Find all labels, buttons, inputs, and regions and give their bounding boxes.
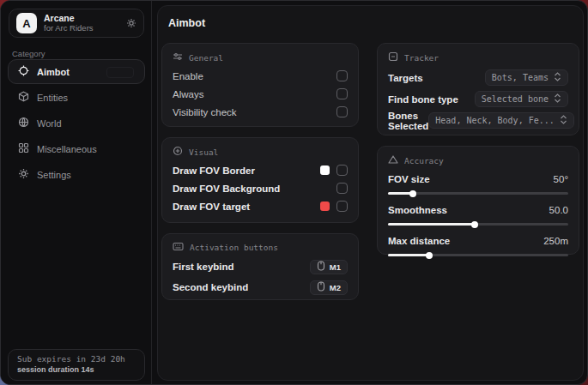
main-panel: Aimbot General Enable Always xyxy=(157,5,584,381)
app-window: A Arcane for Arc Riders Category xyxy=(0,0,588,385)
card-visual-header: Visual xyxy=(173,146,348,158)
sidebar-item-label: Entities xyxy=(37,93,68,103)
sliders-icon xyxy=(173,51,183,63)
setting-label: Draw FOV target xyxy=(173,202,250,212)
setting-label: Visibility check xyxy=(173,107,237,117)
sidebar-item-settings[interactable]: Settings xyxy=(8,162,145,187)
mouse-icon xyxy=(317,281,325,293)
setting-label: Enable xyxy=(173,71,203,81)
desktop-backdrop: A Arcane for Arc Riders Category xyxy=(0,0,588,385)
app-subtitle: for Arc Riders xyxy=(44,24,119,33)
keybind-value: M1 xyxy=(330,262,341,272)
slider-value: 250m xyxy=(543,236,568,246)
card-accuracy-header: Accuracy xyxy=(388,154,568,166)
sidebar-item-label: Aimbot xyxy=(37,67,70,77)
dropdown-value: Bots, Teams xyxy=(492,73,549,82)
crosshair-icon xyxy=(18,65,29,78)
entities-icon xyxy=(18,91,29,104)
draw-fov-border-checkbox[interactable] xyxy=(336,165,348,176)
card-title: General xyxy=(189,53,223,63)
second-keybind-button[interactable]: M2 xyxy=(310,280,348,295)
card-title: Visual xyxy=(189,147,218,157)
find-bone-type-dropdown[interactable]: Selected bone xyxy=(475,91,568,107)
sidebar-item-world[interactable]: World xyxy=(8,111,145,135)
keyboard-icon xyxy=(173,242,184,253)
fov-size-slider[interactable] xyxy=(388,189,568,197)
app-logo: A xyxy=(16,13,37,33)
sidebar-item-miscellaneous[interactable]: Miscellaneous xyxy=(8,136,145,161)
card-title: Tracker xyxy=(404,53,439,63)
subscription-info: Sub expires in 23d 20h session duration … xyxy=(8,349,145,381)
logo-card: A Arcane for Arc Riders xyxy=(9,9,144,38)
setting-label: Max distance xyxy=(388,236,450,246)
visibility-check-checkbox[interactable] xyxy=(336,106,348,117)
always-checkbox[interactable] xyxy=(336,88,348,99)
max-distance-slider[interactable] xyxy=(388,251,568,259)
keybind-placeholder xyxy=(106,67,134,78)
unfold-icon xyxy=(554,93,561,105)
draw-fov-target-checkbox[interactable] xyxy=(336,201,348,212)
card-tracker: Tracker Targets Bots, Teams Find bone xyxy=(377,43,579,135)
slider-fill xyxy=(388,254,429,256)
setting-row-draw-fov-border: Draw FOV Border xyxy=(173,161,348,179)
first-keybind-button[interactable]: M1 xyxy=(310,260,348,274)
setting-row-always: Always xyxy=(173,85,348,103)
sidebar-item-label: Settings xyxy=(37,170,71,180)
setting-label: Find bone type xyxy=(388,94,458,105)
targets-dropdown[interactable]: Bots, Teams xyxy=(485,69,568,86)
card-activation-buttons: Activation buttons First keybind M1 S xyxy=(161,233,359,300)
setting-row-second-keybind: Second keybind M2 xyxy=(173,277,348,298)
sidebar: A Arcane for Arc Riders Category xyxy=(1,1,152,385)
eye-icon xyxy=(173,146,183,158)
bones-selected-dropdown[interactable]: Head, Neck, Body, Fe... xyxy=(428,112,573,129)
card-visual: Visual Draw FOV Border Draw FOV Backgrou… xyxy=(161,137,359,223)
gear-icon[interactable] xyxy=(126,18,136,28)
card-activation-header: Activation buttons xyxy=(173,242,348,253)
setting-row-find-bone-type: Find bone type Selected bone xyxy=(388,88,568,110)
slider-value: 50° xyxy=(554,174,568,184)
setting-label: Draw FOV Border xyxy=(173,165,255,176)
setting-row-first-keybind: First keybind M1 xyxy=(173,256,348,277)
setting-label: Draw FOV Background xyxy=(173,183,280,194)
sidebar-item-entities[interactable]: Entities xyxy=(8,85,145,110)
setting-row-draw-fov-target: Draw FOV target xyxy=(173,197,348,215)
setting-row-targets: Targets Bots, Teams xyxy=(388,67,568,88)
slider-row-smoothness: Smoothness 50.0 xyxy=(388,202,568,228)
setting-row-draw-fov-background: Draw FOV Background xyxy=(173,179,348,197)
scan-icon xyxy=(388,51,398,63)
enable-checkbox[interactable] xyxy=(336,70,348,81)
dropdown-value: Head, Neck, Body, Fe... xyxy=(435,116,554,125)
slider-thumb[interactable] xyxy=(409,190,416,197)
slider-thumb[interactable] xyxy=(471,221,478,228)
card-general-header: General xyxy=(173,51,348,63)
dropdown-value: Selected bone xyxy=(482,94,549,104)
triangle-icon xyxy=(388,154,398,166)
slider-thumb[interactable] xyxy=(426,252,433,259)
setting-label: Second keybind xyxy=(173,282,248,292)
sub-expiry-text: Sub expires in 23d 20h xyxy=(17,354,136,364)
unfold-icon xyxy=(554,72,561,83)
card-title: Activation buttons xyxy=(190,243,278,252)
sidebar-item-aimbot[interactable]: Aimbot xyxy=(8,59,145,84)
card-tracker-header: Tracker xyxy=(388,51,568,63)
app-title: Arcane xyxy=(44,14,119,24)
smoothness-slider[interactable] xyxy=(388,220,568,228)
category-label: Category xyxy=(12,49,45,58)
color-swatch[interactable] xyxy=(320,165,330,175)
setting-label: Always xyxy=(173,89,203,99)
setting-label: Smoothness xyxy=(388,205,447,215)
setting-row-visibility-check: Visibility check xyxy=(173,103,348,121)
card-general: General Enable Always Visibility check xyxy=(161,43,359,127)
slider-value: 50.0 xyxy=(549,205,568,215)
draw-fov-background-checkbox[interactable] xyxy=(336,183,348,194)
keybind-value: M2 xyxy=(330,283,341,292)
globe-icon xyxy=(18,117,29,129)
color-swatch[interactable] xyxy=(320,202,330,211)
setting-label: Bones Selected xyxy=(388,111,428,131)
setting-label: Targets xyxy=(388,73,423,83)
setting-label: First keybind xyxy=(173,262,234,272)
card-title: Accuracy xyxy=(404,156,444,165)
sidebar-nav: Aimbot Entities xyxy=(8,59,145,187)
logo-text: Arcane for Arc Riders xyxy=(44,14,119,33)
slider-fill xyxy=(388,223,475,226)
